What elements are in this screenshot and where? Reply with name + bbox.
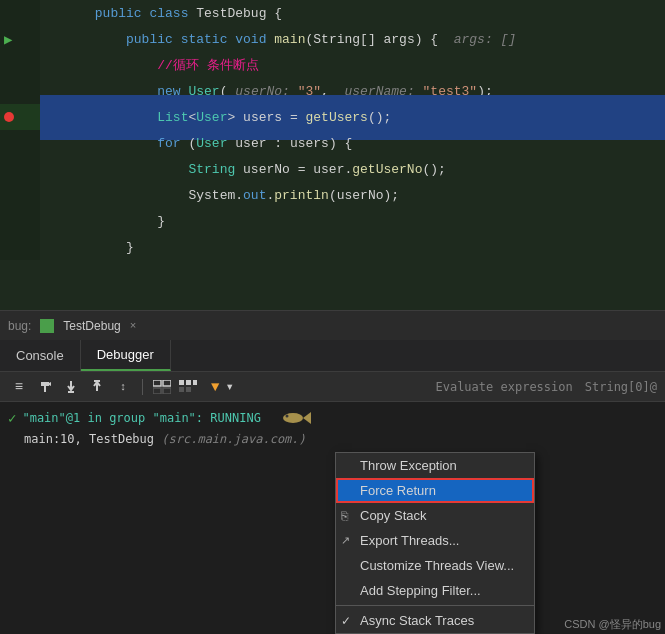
- stack-frame-item[interactable]: main:10, TestDebug (src.main.java.com.): [8, 430, 657, 448]
- menu-item-label: Add Stepping Filter...: [360, 583, 481, 598]
- variables-icon: [179, 380, 197, 394]
- svg-rect-6: [179, 380, 184, 385]
- step-into-icon: [63, 379, 79, 395]
- copy-stack-icon: ⎘: [341, 509, 357, 523]
- menu-item-copy-stack[interactable]: ⎘ Copy Stack: [336, 503, 534, 528]
- debugger-toolbar: ≡ ↕: [0, 372, 665, 402]
- debug-session-bar: bug: TestDebug ×: [0, 310, 665, 340]
- fish-icon: [275, 408, 315, 428]
- watermark: CSDN @怪异的bug: [564, 617, 661, 632]
- line-gutter-3: [0, 52, 40, 78]
- frames-icon: [153, 380, 171, 394]
- variables-button[interactable]: [177, 376, 199, 398]
- svg-rect-10: [186, 387, 191, 392]
- step-over-button[interactable]: [34, 376, 56, 398]
- filter-dropdown[interactable]: ▾: [225, 378, 233, 395]
- line-gutter-10: [0, 234, 40, 260]
- evaluate-expression[interactable]: Evaluate expression: [427, 380, 580, 394]
- string-type-display: String[0]@: [585, 380, 657, 394]
- svg-rect-2: [153, 380, 161, 386]
- filter-icon[interactable]: ▼: [211, 379, 219, 395]
- stack-location: (src.main.java.com.): [161, 432, 306, 446]
- menu-item-label: Throw Exception: [360, 458, 457, 473]
- breakpoint-icon: [4, 112, 14, 122]
- menu-item-customize-threads[interactable]: Customize Threads View...: [336, 553, 534, 578]
- line-gutter-9: [0, 208, 40, 234]
- stack-frame-text: main:10, TestDebug: [24, 432, 154, 446]
- execution-arrow-icon: ▶: [4, 31, 12, 48]
- debug-prefix: bug:: [8, 319, 31, 333]
- debug-tab-close[interactable]: ×: [130, 320, 137, 332]
- thread-label: "main"@1 in group "main": RUNNING: [22, 411, 260, 425]
- toolbar-separator: [142, 379, 143, 395]
- tab-debugger-label: Debugger: [97, 347, 154, 362]
- line-gutter-5: [0, 104, 40, 130]
- menu-item-label: Export Threads...: [360, 533, 459, 548]
- context-menu: Throw Exception Force Return ⎘ Copy Stac…: [335, 452, 535, 634]
- menu-separator: [336, 605, 534, 606]
- svg-marker-12: [303, 412, 311, 424]
- svg-rect-7: [186, 380, 191, 385]
- tab-console-label: Console: [16, 348, 64, 363]
- code-editor: public class TestDebug { ▶ public static…: [0, 0, 665, 310]
- menu-item-async-stack-traces[interactable]: ✓ Async Stack Traces: [336, 608, 534, 633]
- thread-check-icon: ✓: [8, 410, 16, 426]
- line-gutter-1: [0, 0, 40, 26]
- thread-item-main: ✓ "main"@1 in group "main": RUNNING: [8, 406, 657, 430]
- line-gutter-4: [0, 78, 40, 104]
- menu-item-export-threads[interactable]: ↗ Export Threads...: [336, 528, 534, 553]
- async-stack-check-icon: ✓: [341, 614, 357, 628]
- menu-item-throw-exception[interactable]: Throw Exception: [336, 453, 534, 478]
- svg-point-11: [283, 413, 303, 423]
- threads-area: ✓ "main"@1 in group "main": RUNNING main…: [0, 402, 665, 462]
- menu-item-label: Async Stack Traces: [360, 613, 474, 628]
- resume-button[interactable]: ≡: [8, 376, 30, 398]
- menu-item-force-return[interactable]: Force Return: [336, 478, 534, 503]
- line-gutter-6: [0, 130, 40, 156]
- svg-rect-1: [94, 380, 100, 382]
- line-gutter-2: ▶: [0, 26, 40, 52]
- debug-tab-label[interactable]: TestDebug: [63, 319, 120, 333]
- frames-button[interactable]: [151, 376, 173, 398]
- svg-rect-0: [68, 391, 74, 393]
- export-threads-icon: ↗: [341, 534, 357, 547]
- menu-item-add-stepping-filter[interactable]: Add Stepping Filter...: [336, 578, 534, 603]
- step-into-button[interactable]: [60, 376, 82, 398]
- line-gutter-7: [0, 156, 40, 182]
- run-icon: [40, 319, 54, 333]
- tab-debugger[interactable]: Debugger: [81, 340, 171, 371]
- menu-item-label: Copy Stack: [360, 508, 426, 523]
- menu-item-label: Force Return: [360, 483, 436, 498]
- step-over-icon: [37, 379, 53, 395]
- step-out-icon: [89, 379, 105, 395]
- svg-rect-4: [153, 388, 161, 394]
- bottom-panel: Console Debugger ≡ ↕: [0, 340, 665, 462]
- panel-tabs: Console Debugger: [0, 340, 665, 372]
- svg-point-13: [285, 415, 288, 418]
- run-to-cursor-button[interactable]: ↕: [112, 376, 134, 398]
- tab-console[interactable]: Console: [0, 340, 81, 371]
- line-gutter-8: [0, 182, 40, 208]
- code-line-10: }: [0, 234, 665, 260]
- code-text: }: [95, 240, 134, 255]
- step-out-button[interactable]: [86, 376, 108, 398]
- svg-rect-5: [163, 388, 171, 394]
- menu-item-label: Customize Threads View...: [360, 558, 514, 573]
- svg-rect-9: [179, 387, 184, 392]
- line-content-10: }: [40, 225, 665, 270]
- svg-rect-3: [163, 380, 171, 386]
- svg-rect-8: [193, 380, 197, 385]
